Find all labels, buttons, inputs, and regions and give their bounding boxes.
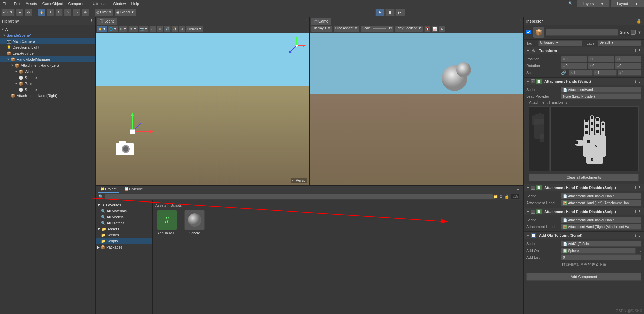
- global-btn[interactable]: ◉ Global ▼: [115, 9, 136, 16]
- scale-tool-btn[interactable]: ⤡: [64, 9, 71, 16]
- tag-select[interactable]: Untagged ▼: [538, 40, 582, 46]
- scene-tab[interactable]: 🎬 Scene: [97, 18, 117, 25]
- add-obj-joint-info-btn[interactable]: ℹ: [635, 233, 636, 238]
- hierarchy-directional-light[interactable]: 💡 Directional Light: [0, 44, 95, 50]
- scale-y-field[interactable]: Y 1: [593, 70, 617, 76]
- game-tab[interactable]: 🎮 Game: [311, 18, 331, 25]
- att-hand-enable-1-header[interactable]: ▼ ✓ 📄 Attachment Hand Enable Disable (Sc…: [524, 184, 644, 191]
- add-obj-pick-btn[interactable]: ⊙: [638, 249, 641, 253]
- hierarchy-all-item[interactable]: ▼ All: [0, 26, 95, 32]
- attachment-hands-header[interactable]: ▼ ✓ 📄 Attachment Hands (Script) ℹ ⋮: [524, 78, 644, 85]
- undo-redo-btn[interactable]: ↩ Z ▼: [1, 9, 15, 16]
- obj-name-input[interactable]: HandModelManager: [546, 29, 618, 36]
- scene-viewport[interactable]: < Persp: [96, 33, 309, 185]
- rotation-x-field[interactable]: X 0: [561, 63, 587, 69]
- game-stats-btn[interactable]: 📊: [432, 26, 438, 32]
- att-enable-2-check[interactable]: ✓: [531, 210, 535, 214]
- layers-button[interactable]: Layers ▼: [577, 0, 610, 7]
- scene-snap-btn[interactable]: ⊞ ▼: [119, 26, 128, 32]
- att-enable-2-script-value[interactable]: 📄 AttachmentHandEnableDisable: [561, 217, 641, 223]
- add-obj-obj-value[interactable]: ⚪ Sphere: [561, 248, 636, 254]
- scene-audio-btn[interactable]: 🔊: [164, 26, 171, 32]
- file-add-obj[interactable]: # AddObjToJ...: [155, 210, 179, 235]
- att-enable-2-hand-value[interactable]: 📦 Attachment Hand (Right) (Attachment Ha: [561, 224, 641, 230]
- layer-select[interactable]: Default ▼: [598, 40, 641, 46]
- menu-file[interactable]: File: [0, 2, 11, 6]
- project-search-input[interactable]: [105, 194, 493, 199]
- hierarchy-main-camera[interactable]: 📷 Main Camera: [0, 38, 95, 44]
- hand-tool-btn[interactable]: ✋: [38, 9, 45, 16]
- leap-provider-value[interactable]: None (Leap Provider): [561, 93, 641, 99]
- transform-more-btn[interactable]: ⋮: [638, 49, 641, 53]
- file-sphere[interactable]: Sphere: [183, 210, 206, 235]
- hierarchy-wrist[interactable]: ▼ 📦 Wrist: [0, 69, 95, 75]
- layout-button[interactable]: Layout ▼: [611, 0, 644, 7]
- menu-window[interactable]: Window: [110, 2, 128, 6]
- search-icon-top[interactable]: 🔍: [566, 1, 576, 6]
- rotation-y-field[interactable]: Y 0: [588, 63, 614, 69]
- position-x-field[interactable]: X 0: [561, 56, 587, 62]
- pause-button[interactable]: ⏸: [385, 9, 395, 16]
- game-viewport[interactable]: [310, 33, 523, 185]
- tree-assets[interactable]: ▼ 📁 Assets: [96, 226, 152, 232]
- pivot-btn[interactable]: ◎ Pivot ▼: [95, 9, 114, 16]
- project-folder-icon[interactable]: 📁: [493, 194, 498, 199]
- step-button[interactable]: ⏭: [395, 9, 405, 16]
- game-gizmos-btn[interactable]: ⚙: [439, 26, 445, 32]
- menu-help[interactable]: Help: [129, 2, 142, 6]
- scene-global-btn[interactable]: 🌐 ▼: [108, 26, 118, 32]
- hierarchy-hand-model-manager[interactable]: ▼ 📦 HandModelManager: [0, 56, 95, 62]
- inspector-lock-icon[interactable]: 🔒: [636, 19, 641, 24]
- transform-header[interactable]: ▼ ⊕ Transform ℹ ⋮: [524, 47, 644, 54]
- move-tool-btn[interactable]: ✛: [47, 9, 54, 16]
- hierarchy-sphere-wrist[interactable]: ⚪ Sphere: [0, 75, 95, 81]
- menu-component[interactable]: Component: [65, 2, 90, 6]
- scene-more-icon[interactable]: ⋮: [304, 19, 308, 23]
- tree-all-prefabs[interactable]: 🔍 All Prefabs: [96, 220, 152, 226]
- clear-attachments-btn[interactable]: Clear all attachments: [529, 174, 639, 181]
- settings-btn[interactable]: ⚙: [25, 9, 32, 16]
- menu-ultraleap[interactable]: Ultraleap: [90, 2, 110, 6]
- script-value[interactable]: 📄 AttachmentHands: [561, 87, 641, 93]
- menu-edit[interactable]: Edit: [11, 2, 23, 6]
- position-z-field[interactable]: Z 0: [615, 56, 641, 62]
- add-obj-joint-more-btn[interactable]: ⋮: [638, 233, 641, 238]
- play-button[interactable]: ▶: [375, 9, 385, 16]
- menu-gameobject[interactable]: GameObject: [40, 2, 66, 6]
- att-enable-1-check[interactable]: ✓: [531, 186, 535, 190]
- scene-transform-btn[interactable]: ⊕ ▼: [128, 26, 138, 32]
- scene-light-btn[interactable]: ☀: [157, 26, 163, 32]
- scene-hand-tool[interactable]: ✋ ▼: [97, 26, 107, 32]
- menu-assets[interactable]: Assets: [23, 2, 40, 6]
- att-hand-enable-2-header[interactable]: ▼ ✓ 📄 Attachment Hand Enable Disable (Sc…: [524, 208, 644, 215]
- att-enable-2-info-btn[interactable]: ℹ: [635, 210, 636, 214]
- hierarchy-samplescene[interactable]: ▼ SampleScene*: [0, 32, 95, 38]
- console-tab[interactable]: 📋 Console: [122, 186, 145, 193]
- game-display-select[interactable]: Display 1 ▼: [311, 26, 332, 32]
- rotation-z-field[interactable]: Z 0: [615, 63, 641, 69]
- project-tab[interactable]: 📁 Project: [98, 186, 119, 193]
- add-component-button[interactable]: Add Component: [526, 273, 641, 281]
- scale-z-field[interactable]: Z 1: [618, 70, 641, 76]
- att-enable-1-info-btn[interactable]: ℹ: [635, 186, 636, 190]
- game-scale-select[interactable]: Scale 1x: [361, 26, 394, 32]
- tree-scripts[interactable]: 📁 Scripts: [96, 238, 152, 244]
- attach-hands-more-btn[interactable]: ⋮: [638, 79, 641, 84]
- rotate-tool-btn[interactable]: ↻: [55, 9, 63, 16]
- attach-hands-info-btn[interactable]: ℹ: [635, 79, 636, 84]
- add-list-value[interactable]: 0: [561, 254, 641, 260]
- scale-link-icon[interactable]: 🔗: [561, 70, 566, 75]
- game-more-icon[interactable]: ⋮: [518, 19, 522, 23]
- att-enable-1-script-value[interactable]: 📄 AttachmentHandEnableDisable: [561, 193, 641, 199]
- cloud-btn[interactable]: ☁: [16, 9, 23, 16]
- scene-camera-btn[interactable]: 📷 ▼: [139, 26, 149, 32]
- inspector-scroll[interactable]: 📦 HandModelManager Static ▼ Tag Untagged…: [524, 25, 644, 314]
- hierarchy-attachment-hand-right[interactable]: 📦 Attachment Hand (Right): [0, 93, 95, 99]
- static-checkbox[interactable]: [631, 30, 636, 35]
- game-mute-btn[interactable]: 🔇: [424, 26, 430, 32]
- hierarchy-leap-provider[interactable]: 📦 LeapProvider: [0, 50, 95, 56]
- project-filter-icon[interactable]: ⚙: [499, 194, 503, 199]
- scene-2d-btn[interactable]: 2D: [149, 26, 156, 32]
- game-play-focused-select[interactable]: Play Focused ▼: [395, 26, 423, 32]
- hierarchy-sphere-palm[interactable]: ⚪ Sphere: [0, 87, 95, 93]
